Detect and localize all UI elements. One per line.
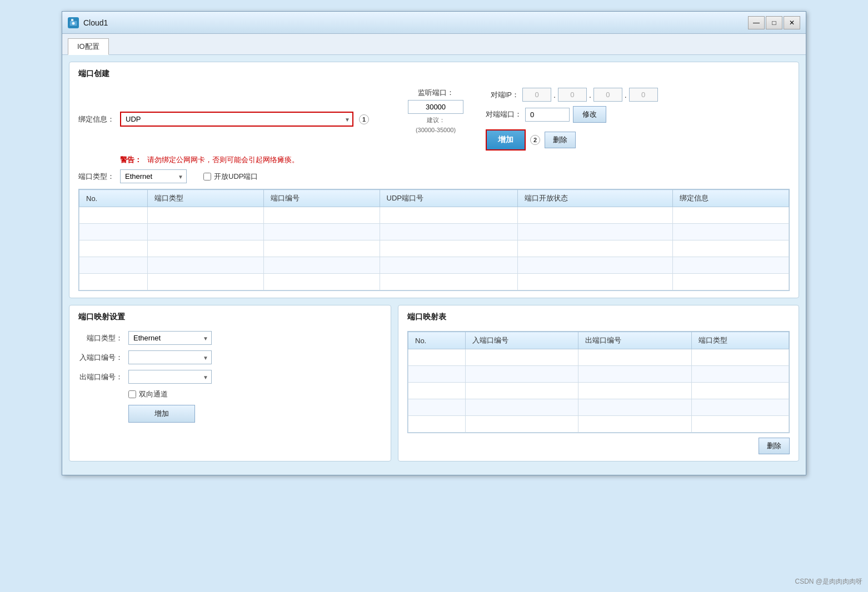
port-table-container: No. 端口类型 端口编号 UDP端口号 端口开放状态 绑定信息 bbox=[78, 189, 790, 291]
mapping-add-row: 增加 bbox=[78, 405, 382, 423]
title-bar: Cloud1 — □ ✕ bbox=[62, 12, 806, 34]
title-left: Cloud1 bbox=[68, 17, 108, 28]
ip-field-2[interactable] bbox=[558, 88, 587, 102]
out-port-row: 出端口编号： bbox=[78, 370, 382, 384]
svg-point-2 bbox=[72, 22, 75, 24]
restore-button[interactable]: □ bbox=[766, 16, 782, 29]
warning-row: 警告： 请勿绑定公网网卡，否则可能会引起网络瘫痪。 bbox=[78, 155, 790, 165]
listen-port-input[interactable]: 30000 bbox=[408, 100, 463, 114]
open-udp-checkbox[interactable] bbox=[203, 173, 211, 180]
mapping-header-row: No. 入端口编号 出端口编号 端口类型 bbox=[408, 332, 789, 349]
add-badge: 2 bbox=[530, 135, 540, 145]
bottom-sections: 端口映射设置 端口类型： Ethernet Serial 入端口编号： bbox=[69, 305, 799, 468]
remote-port-label: 对端端口： bbox=[486, 109, 522, 119]
watermark: CSDN @是肉肉肉肉呀 bbox=[795, 577, 862, 586]
col-open: 端口开放状态 bbox=[517, 190, 672, 207]
mapping-type-select[interactable]: Ethernet Serial bbox=[128, 331, 212, 345]
remote-ip-label: 对端IP： bbox=[486, 90, 519, 100]
main-window: Cloud1 — □ ✕ IO配置 端口创建 绑定信息： UDP TCP bbox=[62, 11, 806, 475]
app-icon bbox=[68, 17, 79, 28]
ip-field-1[interactable] bbox=[522, 88, 551, 102]
table-row bbox=[408, 399, 789, 416]
port-type-row: 端口类型： Ethernet Serial 开放UDP端口 bbox=[78, 169, 790, 183]
table-row bbox=[79, 240, 789, 257]
port-mapping-section: 端口映射设置 端口类型： Ethernet Serial 入端口编号： bbox=[69, 305, 391, 461]
warning-message: 请勿绑定公网网卡，否则可能会引起网络瘫痪。 bbox=[147, 155, 299, 165]
mapping-type-label: 端口类型： bbox=[78, 333, 123, 343]
map-col-in: 入端口编号 bbox=[465, 332, 578, 349]
map-col-no: No. bbox=[408, 332, 466, 349]
mapping-type-row: 端口类型： Ethernet Serial bbox=[78, 331, 382, 345]
table-row bbox=[408, 349, 789, 366]
delete-port-button[interactable]: 删除 bbox=[545, 132, 576, 148]
port-mapping-table-title: 端口映射表 bbox=[407, 312, 790, 324]
mapping-add-button[interactable]: 增加 bbox=[128, 405, 195, 423]
window-title: Cloud1 bbox=[83, 18, 108, 27]
binding-label: 绑定信息： bbox=[78, 114, 114, 124]
in-port-row: 入端口编号： bbox=[78, 350, 382, 364]
table-header-row: No. 端口类型 端口编号 UDP端口号 端口开放状态 绑定信息 bbox=[79, 190, 789, 207]
modify-button[interactable]: 修改 bbox=[573, 106, 606, 123]
col-no: No. bbox=[79, 190, 148, 207]
binding-badge: 1 bbox=[359, 114, 369, 124]
port-type-select[interactable]: Ethernet Serial bbox=[120, 169, 187, 183]
table-row bbox=[408, 383, 789, 399]
remote-port-input[interactable]: 0 bbox=[525, 108, 570, 122]
in-port-select[interactable] bbox=[128, 350, 212, 364]
port-mapping-title: 端口映射设置 bbox=[78, 312, 382, 324]
bidirectional-checkbox[interactable] bbox=[128, 390, 136, 398]
suggestion-range: (30000-35000) bbox=[416, 127, 456, 133]
minimize-button[interactable]: — bbox=[748, 16, 765, 29]
mapping-delete-button[interactable]: 删除 bbox=[759, 438, 790, 454]
ip-field-3[interactable] bbox=[593, 88, 622, 102]
in-port-label: 入端口编号： bbox=[78, 353, 123, 363]
binding-select[interactable]: UDP TCP bbox=[120, 112, 353, 127]
out-port-label: 出端口编号： bbox=[78, 372, 123, 382]
suggestion-label: 建议： bbox=[427, 116, 445, 124]
window-controls: — □ ✕ bbox=[748, 16, 800, 29]
svg-rect-1 bbox=[71, 19, 73, 21]
port-type-label: 端口类型： bbox=[78, 172, 114, 182]
mapping-table-container: No. 入端口编号 出端口编号 端口类型 bbox=[407, 331, 790, 433]
open-udp-label[interactable]: 开放UDP端口 bbox=[203, 172, 258, 182]
bidirectional-row: 双向通道 bbox=[78, 389, 382, 399]
out-port-select[interactable] bbox=[128, 370, 212, 384]
table-row bbox=[79, 274, 789, 290]
port-creation-title: 端口创建 bbox=[78, 69, 790, 81]
port-table: No. 端口类型 端口编号 UDP端口号 端口开放状态 绑定信息 bbox=[79, 189, 789, 290]
window-content: 端口创建 绑定信息： UDP TCP 1 监听端口： bbox=[62, 55, 806, 475]
add-port-button[interactable]: 增加 bbox=[486, 129, 526, 150]
binding-row: 绑定信息： UDP TCP 1 监听端口： 30000 建议： bbox=[78, 88, 790, 150]
table-row bbox=[79, 224, 789, 240]
bidirectional-label[interactable]: 双向通道 bbox=[128, 389, 168, 399]
map-col-out: 出端口编号 bbox=[578, 332, 692, 349]
binding-select-wrapper: UDP TCP bbox=[120, 112, 353, 127]
table-row bbox=[408, 366, 789, 383]
mapping-table: No. 入端口编号 出端口编号 端口类型 bbox=[408, 332, 789, 433]
map-col-type: 端口类型 bbox=[692, 332, 789, 349]
ip-fields: . . . bbox=[522, 88, 658, 102]
listen-port-label: 监听端口： bbox=[418, 88, 454, 98]
col-num: 端口编号 bbox=[263, 190, 380, 207]
port-creation-section: 端口创建 绑定信息： UDP TCP 1 监听端口： bbox=[69, 62, 799, 298]
table-row bbox=[79, 207, 789, 224]
col-type: 端口类型 bbox=[147, 190, 263, 207]
table-row bbox=[79, 257, 789, 274]
warning-prefix: 警告： bbox=[120, 155, 142, 165]
col-udp: UDP端口号 bbox=[380, 190, 517, 207]
tab-bar: IO配置 bbox=[62, 34, 806, 55]
tab-io-config[interactable]: IO配置 bbox=[68, 38, 109, 55]
ip-field-4[interactable] bbox=[629, 88, 658, 102]
port-mapping-table-section: 端口映射表 No. 入端口编号 出端口编号 端口类型 bbox=[398, 305, 799, 461]
table-row bbox=[408, 416, 789, 433]
col-binding: 绑定信息 bbox=[673, 190, 789, 207]
close-button[interactable]: ✕ bbox=[784, 16, 800, 29]
